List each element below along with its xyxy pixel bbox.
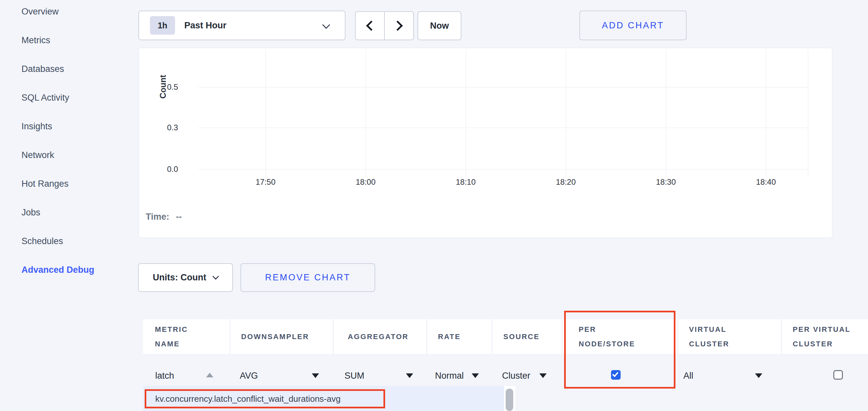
sidebar-item-databases[interactable]: Databases — [22, 62, 64, 75]
per-node-store-checkbox[interactable] — [611, 370, 621, 380]
gridline-v — [808, 49, 808, 177]
x-tick-label: 18:00 — [356, 177, 376, 187]
scrollbar-thumb[interactable] — [506, 388, 513, 411]
checkmark-icon — [612, 371, 619, 377]
column-header-rate: RATE — [427, 319, 492, 354]
dropdown-arrow-icon[interactable] — [539, 373, 547, 378]
add-chart-button[interactable]: ADD CHART — [579, 10, 687, 40]
prev-time-button[interactable] — [356, 12, 384, 40]
column-header-aggregator: AGGREGATOR — [334, 319, 426, 354]
dropdown-arrow-icon[interactable] — [312, 373, 319, 378]
units-label: Units: Count — [153, 272, 207, 283]
source-select-value[interactable]: Cluster — [502, 370, 530, 381]
column-header-per-node-store: PER NODE/STORE — [563, 319, 677, 354]
column-header-source: SOURCE — [493, 319, 561, 354]
time-label: Time: — [146, 212, 169, 222]
rate-select-value[interactable]: Normal — [435, 370, 464, 381]
y-tick-label: 0.0 — [152, 165, 178, 174]
hover-time-readout: Time:-- — [146, 212, 182, 222]
y-tick-label: 0.3 — [152, 123, 178, 132]
gridline-v — [466, 49, 466, 177]
column-header-virtual-cluster: VIRTUAL CLUSTER — [678, 319, 781, 354]
dropdown-arrow-icon[interactable] — [406, 373, 413, 378]
column-header-metric-name: METRIC NAME — [143, 319, 229, 354]
next-time-button[interactable] — [384, 12, 413, 40]
time-step-buttons — [355, 11, 414, 40]
metric-name-input[interactable] — [155, 369, 203, 383]
y-tick-label: 0.5 — [152, 82, 178, 92]
sidebar-item-schedules[interactable]: Schedules — [22, 235, 63, 248]
aggregator-select-value[interactable]: SUM — [344, 370, 364, 381]
metric-suggestion-item[interactable]: kv.concurrency.latch_conflict_wait_durat… — [155, 394, 341, 404]
column-header-per-virtual-cluster: PER VIRTUAL CLUSTER — [782, 319, 868, 354]
gridline-v — [766, 49, 766, 177]
advanced-debug-custom-chart-page: Overview Metrics Databases SQL Activity … — [0, 0, 868, 411]
chevron-down-icon — [322, 21, 330, 29]
sidebar-item-advanced-debug[interactable]: Advanced Debug — [22, 263, 94, 276]
chevron-right-icon — [392, 21, 403, 31]
time-value: -- — [176, 212, 182, 222]
x-tick-label: 18:20 — [556, 177, 576, 187]
chevron-down-icon — [213, 273, 219, 280]
time-range-select[interactable]: 1h Past Hour — [138, 10, 345, 40]
sort-ascending-icon[interactable] — [206, 373, 213, 377]
sidebar-item-network[interactable]: Network — [22, 148, 54, 162]
dropdown-arrow-icon[interactable] — [755, 373, 762, 378]
per-virtual-cluster-checkbox[interactable] — [833, 370, 843, 380]
gridline-v — [366, 49, 366, 177]
time-range-label: Past Hour — [184, 21, 226, 31]
time-range-badge: 1h — [150, 16, 175, 35]
gridline-v — [666, 49, 666, 177]
chart-card: Count 0.5 0.3 0.0 17:50 18:00 18:10 18:2… — [139, 48, 832, 238]
x-tick-label: 18:40 — [756, 177, 776, 187]
remove-chart-button[interactable]: REMOVE CHART — [241, 263, 375, 292]
now-button[interactable]: Now — [417, 11, 461, 40]
sidebar-item-metrics[interactable]: Metrics — [22, 34, 50, 47]
dropdown-arrow-icon[interactable] — [472, 373, 479, 378]
gridline-v — [266, 49, 266, 177]
x-tick-label: 17:50 — [256, 177, 275, 187]
downsampler-select-value[interactable]: AVG — [240, 370, 258, 381]
gridline-h — [198, 87, 808, 88]
sidebar-item-insights[interactable]: Insights — [22, 120, 52, 133]
sidebar-item-hot-ranges[interactable]: Hot Ranges — [22, 177, 69, 190]
units-select[interactable]: Units: Count — [138, 263, 233, 292]
sidebar-item-sql-activity[interactable]: SQL Activity — [22, 91, 69, 104]
sidebar-item-overview[interactable]: Overview — [22, 5, 59, 18]
virtual-cluster-select-value[interactable]: All — [683, 370, 693, 381]
column-header-downsampler: DOWNSAMPLER — [230, 319, 333, 354]
x-tick-label: 18:10 — [456, 177, 476, 187]
gridline-h — [198, 169, 808, 170]
chevron-left-icon — [366, 21, 376, 31]
x-tick-label: 18:30 — [656, 177, 676, 187]
sidebar-item-jobs[interactable]: Jobs — [22, 206, 40, 219]
gridline-h — [198, 128, 808, 128]
gridline-v — [566, 49, 566, 177]
